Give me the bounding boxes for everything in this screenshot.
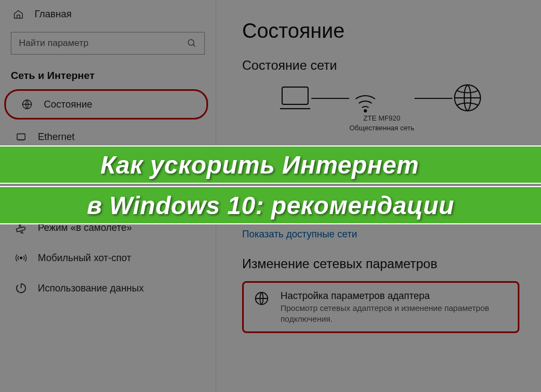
network-diagram: ZTE MF920 Общественная сеть <box>242 83 519 132</box>
globe-icon <box>21 98 33 110</box>
sidebar-item-label: Использование данных <box>38 283 144 294</box>
diagram-line <box>415 98 452 99</box>
page-title: Состояние <box>242 19 519 43</box>
sidebar-item-label: Состояние <box>44 99 92 110</box>
change-network-params-title: Изменение сетевых параметров <box>242 256 519 271</box>
home-icon <box>13 9 24 20</box>
sidebar-item-label: Ethernet <box>38 131 75 143</box>
globe-icon <box>253 290 270 307</box>
svg-point-7 <box>364 110 366 112</box>
sidebar-item-data-usage[interactable]: Использование данных <box>0 273 216 303</box>
overlay-text-2: в Windows 10: рекомендации <box>87 191 454 220</box>
network-type: Общественная сеть <box>349 124 414 132</box>
adapter-settings-desc: Просмотр сетевых адаптеров и изменение п… <box>280 303 508 324</box>
overlay-banner-1: Как ускорить Интернет <box>0 145 541 184</box>
globe-big-icon <box>452 83 483 113</box>
sidebar-section-title: Сеть и Интернет <box>0 65 216 89</box>
pc-icon <box>279 83 311 113</box>
sidebar-item-status[interactable]: Состояние <box>4 89 208 119</box>
search-input[interactable]: Найти параметр <box>11 32 205 55</box>
network-status-title: Состояние сети <box>242 58 519 73</box>
svg-point-5 <box>20 257 22 259</box>
search-placeholder: Найти параметр <box>19 38 89 49</box>
search-icon <box>187 38 197 48</box>
sidebar-item-label: Мобильный хот-спот <box>38 253 131 264</box>
hotspot-icon <box>15 252 27 264</box>
router-node: ZTE MF920 Общественная сеть <box>349 83 414 132</box>
sidebar-item-hotspot[interactable]: Мобильный хот-спот <box>0 243 216 273</box>
adapter-settings-title: Настройка параметров адаптера <box>280 290 508 302</box>
data-usage-icon <box>15 282 27 294</box>
sidebar-home[interactable]: Главная <box>0 0 216 25</box>
diagram-line <box>311 98 349 99</box>
overlay-text-1: Как ускорить Интернет <box>101 150 419 180</box>
overlay-banner-2: в Windows 10: рекомендации <box>0 186 541 224</box>
ethernet-icon <box>15 131 27 143</box>
link-show-available-networks[interactable]: Показать доступные сети <box>242 229 519 240</box>
svg-point-0 <box>188 39 194 45</box>
adapter-settings-box[interactable]: Настройка параметров адаптера Просмотр с… <box>242 281 519 333</box>
svg-rect-6 <box>282 87 308 104</box>
device-name: ZTE MF920 <box>349 114 414 123</box>
sidebar-home-label: Главная <box>35 9 72 20</box>
svg-rect-2 <box>17 134 25 140</box>
